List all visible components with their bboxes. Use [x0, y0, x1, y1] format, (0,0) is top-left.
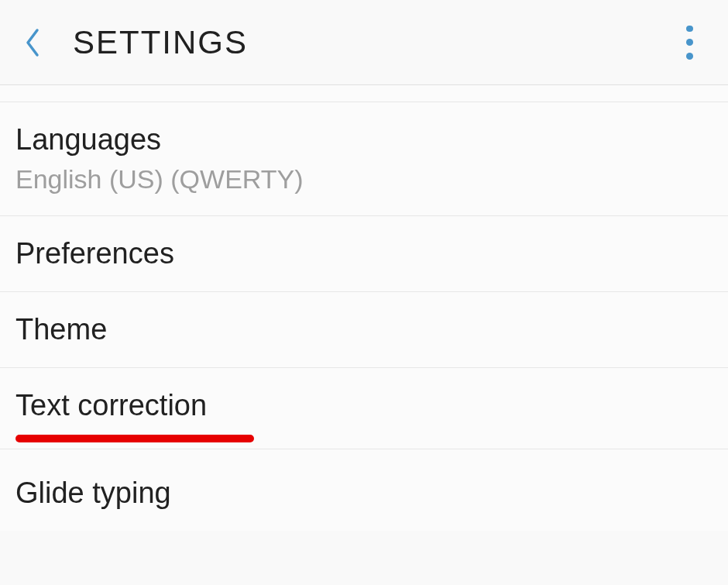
- item-title: Preferences: [15, 235, 713, 273]
- item-title: Languages: [15, 121, 713, 159]
- settings-item-text-correction[interactable]: Text correction: [0, 368, 728, 449]
- app-header: SETTINGS: [0, 0, 728, 85]
- more-vert-icon[interactable]: [672, 26, 706, 60]
- item-title: Glide typing: [15, 474, 713, 512]
- item-subtitle: English (US) (QWERTY): [15, 162, 713, 196]
- back-icon[interactable]: [15, 26, 50, 60]
- highlight-underline: [15, 435, 254, 442]
- settings-list: Languages English (US) (QWERTY) Preferen…: [0, 85, 728, 531]
- settings-item-glide-typing[interactable]: Glide typing: [0, 449, 728, 531]
- settings-item-languages[interactable]: Languages English (US) (QWERTY): [0, 102, 728, 216]
- dot-icon: [686, 39, 693, 46]
- settings-item-theme[interactable]: Theme: [0, 292, 728, 368]
- page-title: SETTINGS: [73, 24, 248, 61]
- dot-icon: [686, 26, 693, 33]
- settings-item-preferences[interactable]: Preferences: [0, 216, 728, 292]
- item-title: Theme: [15, 311, 713, 349]
- list-spacer: [0, 85, 728, 102]
- item-title: Text correction: [15, 387, 713, 425]
- chevron-left-icon: [23, 27, 42, 58]
- dot-icon: [686, 53, 693, 60]
